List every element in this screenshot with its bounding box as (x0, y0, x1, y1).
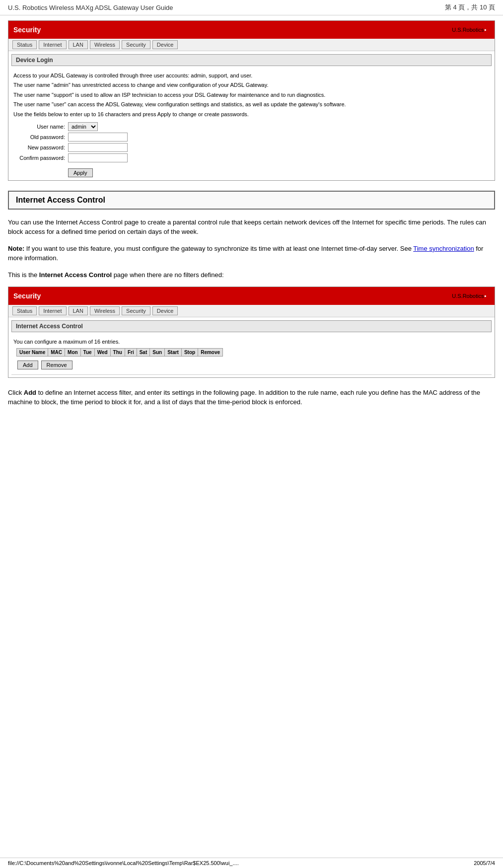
body-para4-text: to define an Internet access filter, and… (8, 389, 480, 406)
time-sync-link[interactable]: Time synchronization (413, 245, 474, 252)
confirm-password-row: Confirm password: (13, 153, 490, 162)
panel2-logo-dot: · (484, 291, 487, 301)
section-heading-box: Internet Access Control (8, 191, 495, 210)
access-control-table: User Name MAC Mon Tue Wed Thu Fri Sat Su… (16, 348, 223, 357)
remove-button[interactable]: Remove (41, 361, 72, 369)
nav-security-1[interactable]: Security (122, 40, 150, 49)
body-para2-text: If you want to use this feature, you mus… (24, 245, 413, 252)
panel2-logo-us: U.S. (452, 293, 462, 299)
old-password-label: Old password: (13, 134, 68, 140)
panel2-sub-text: You can configure a maximum of 16 entrie… (13, 338, 490, 346)
panel2-logo-robotics: Robotics (463, 293, 484, 299)
footer-date: 2005/7/4 (474, 860, 495, 866)
panel1-line5: Use the fields below to enter up to 16 c… (13, 111, 490, 118)
body-para3-bold: Internet Access Control (39, 271, 112, 279)
old-password-row: Old password: (13, 133, 490, 142)
panel2-logo: U.S. Robotics · (449, 290, 490, 302)
nav-status-2[interactable]: Status (12, 306, 37, 315)
col-mon: Mon (65, 348, 81, 356)
panel2-body: You can configure a maximum of 16 entrie… (8, 335, 495, 374)
col-remove: Remove (198, 348, 223, 356)
col-start: Start (165, 348, 182, 356)
panel2-header-title: Security (13, 292, 41, 300)
nav-status-1[interactable]: Status (12, 40, 37, 49)
username-label: User name: (13, 124, 68, 130)
body-para1-text: You can use the Internet Access Control … (8, 218, 486, 236)
nav-device-1[interactable]: Device (152, 40, 178, 49)
panel2-section-title: Internet Access Control (11, 320, 492, 332)
col-mac: MAC (48, 348, 65, 356)
body-para4-bold: Add (24, 389, 36, 396)
nav-security-2[interactable]: Security (122, 306, 150, 315)
col-fri: Fri (125, 348, 137, 356)
panel1-body: Access to your ADSL Gateway is controlle… (8, 69, 495, 180)
col-sat: Sat (137, 348, 150, 356)
body-para4-prefix: Click (8, 389, 24, 396)
nav-device-2[interactable]: Device (152, 306, 178, 315)
body-para3-prefix: This is the (8, 271, 39, 279)
col-sun: Sun (150, 348, 165, 356)
nav-internet-2[interactable]: Internet (39, 306, 66, 315)
panel1-line3: The user name "support" is used to allow… (13, 91, 490, 99)
page-content: Security U.S. Robotics · Status Internet… (0, 15, 503, 434)
new-password-input[interactable] (68, 143, 128, 152)
document-title: U.S. Robotics Wireless MAXg ADSL Gateway… (8, 4, 173, 11)
body-paragraph-3: This is the Internet Access Control page… (8, 270, 495, 280)
panel1-nav: Status Internet LAN Wireless Security De… (8, 39, 495, 51)
confirm-password-label: Confirm password: (13, 155, 68, 161)
confirm-password-input[interactable] (68, 153, 128, 162)
security-panel-1: Security U.S. Robotics · Status Internet… (8, 20, 495, 181)
new-password-label: New password: (13, 145, 68, 150)
security-panel-2: Security U.S. Robotics · Status Internet… (8, 287, 495, 377)
panel1-line4: The user name "user" can access the ADSL… (13, 101, 490, 108)
panel1-line1: Access to your ADSL Gateway is controlle… (13, 72, 490, 79)
nav-internet-1[interactable]: Internet (39, 40, 66, 49)
panel2-buttons: Add Remove (13, 359, 490, 371)
panel1-header-title: Security (13, 26, 41, 34)
nav-lan-2[interactable]: LAN (69, 306, 88, 315)
body-paragraph-4: Click Add to define an Internet access f… (8, 388, 495, 407)
username-row: User name: admin support user (13, 122, 490, 131)
body-paragraph-1: You can use the Internet Access Control … (8, 217, 495, 237)
page-header: U.S. Robotics Wireless MAXg ADSL Gateway… (0, 0, 503, 15)
page-info: 第 4 頁，共 10 頁 (445, 3, 495, 12)
panel1-logo-us: U.S. (452, 27, 462, 33)
page-footer: file://C:\Documents%20and%20Settings\ivo… (0, 858, 503, 868)
col-username: User Name (17, 348, 48, 356)
panel1-logo: U.S. Robotics · (449, 24, 490, 36)
panel1-line2: The user name "admin" has unrestricted a… (13, 81, 490, 89)
username-select[interactable]: admin support user (68, 122, 98, 131)
section-heading-text: Internet Access Control (16, 196, 105, 204)
body-paragraph-2: Note: If you want to use this feature, y… (8, 244, 495, 263)
panel2-header: Security U.S. Robotics · (8, 287, 495, 305)
panel1-header: Security U.S. Robotics · (8, 21, 495, 39)
panel2-nav: Status Internet LAN Wireless Security De… (8, 305, 495, 317)
col-tue: Tue (80, 348, 94, 356)
table-header-row: User Name MAC Mon Tue Wed Thu Fri Sat Su… (17, 348, 223, 356)
col-wed: Wed (94, 348, 110, 356)
panel1-logo-robotics: Robotics (463, 27, 484, 33)
footer-path: file://C:\Documents%20and%20Settings\ivo… (8, 860, 239, 866)
panel1-section-title: Device Login (11, 54, 492, 66)
add-button[interactable]: Add (17, 361, 38, 369)
nav-wireless-1[interactable]: Wireless (90, 40, 120, 49)
body-para3-suffix: page when there are no filters defined: (112, 271, 223, 279)
col-thu: Thu (110, 348, 125, 356)
new-password-row: New password: (13, 143, 490, 152)
nav-wireless-2[interactable]: Wireless (90, 306, 120, 315)
old-password-input[interactable] (68, 133, 128, 142)
col-stop: Stop (181, 348, 198, 356)
note-label: Note: (8, 245, 24, 252)
nav-lan-1[interactable]: LAN (69, 40, 88, 49)
panel1-logo-dot: · (484, 25, 487, 35)
apply-button-1[interactable]: Apply (68, 168, 93, 177)
